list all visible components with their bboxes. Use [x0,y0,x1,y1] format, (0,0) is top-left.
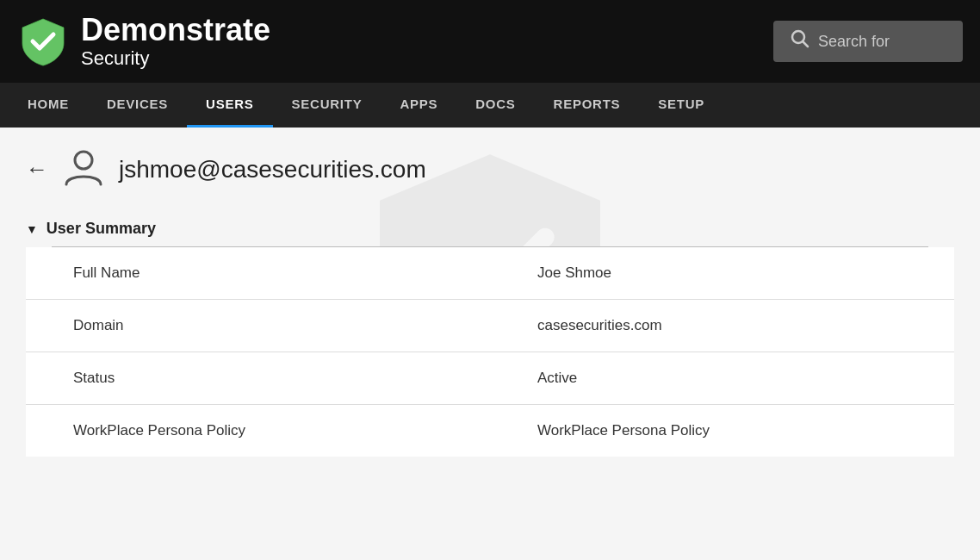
summary-title: User Summary [47,220,156,238]
table-row: Full Name Joe Shmoe [26,247,954,300]
user-header: ← jshmoe@casesecurities.com [0,128,980,211]
table-row: Status Active [26,352,954,405]
summary-header[interactable]: ▼ User Summary [26,211,954,246]
nav-setup[interactable]: SETUP [639,83,723,128]
summary-table: Full Name Joe Shmoe Domain casesecuritie… [26,247,954,457]
nav-reports[interactable]: REPORTS [535,83,640,128]
app-title-sub: Security [81,47,270,70]
collapse-arrow-icon: ▼ [26,222,38,236]
field-value-domain: casesecurities.com [490,300,954,352]
svg-line-1 [803,42,809,47]
search-bar[interactable]: Search for [773,21,963,62]
nav-security[interactable]: SECURITY [273,83,381,128]
summary-section: ▼ User Summary Full Name Joe Shmoe Domai… [0,211,980,457]
field-label-domain: Domain [26,300,490,352]
search-icon [791,29,809,53]
shield-icon [17,16,69,67]
search-label: Search for [818,33,890,51]
main-content: ← jshmoe@casesecurities.com ▼ User Summa… [0,128,980,560]
table-row: Domain casesecurities.com [26,300,954,352]
brand: Demonstrate Security [17,13,270,70]
field-label-fullname: Full Name [26,247,490,300]
table-row: WorkPlace Persona Policy WorkPlace Perso… [26,405,954,457]
field-value-workplace-policy: WorkPlace Persona Policy [490,405,954,457]
main-nav: HOME DEVICES USERS SECURITY APPS DOCS RE… [0,83,980,128]
app-title-main: Demonstrate [81,13,270,47]
field-value-status: Active [490,352,954,405]
nav-apps[interactable]: APPS [381,83,456,128]
user-email: jshmoe@casesecurities.com [119,156,426,184]
nav-home[interactable]: HOME [9,83,88,128]
app-title: Demonstrate Security [81,13,270,70]
field-label-workplace-policy: WorkPlace Persona Policy [26,405,490,457]
back-button[interactable]: ← [26,156,48,183]
app-header: Demonstrate Security Search for [0,0,980,83]
svg-point-2 [75,152,92,169]
nav-users[interactable]: USERS [187,83,272,128]
field-value-fullname: Joe Shmoe [490,247,954,300]
nav-devices[interactable]: DEVICES [88,83,187,128]
field-label-status: Status [26,352,490,405]
nav-docs[interactable]: DOCS [456,83,534,128]
user-avatar-icon [62,145,105,194]
